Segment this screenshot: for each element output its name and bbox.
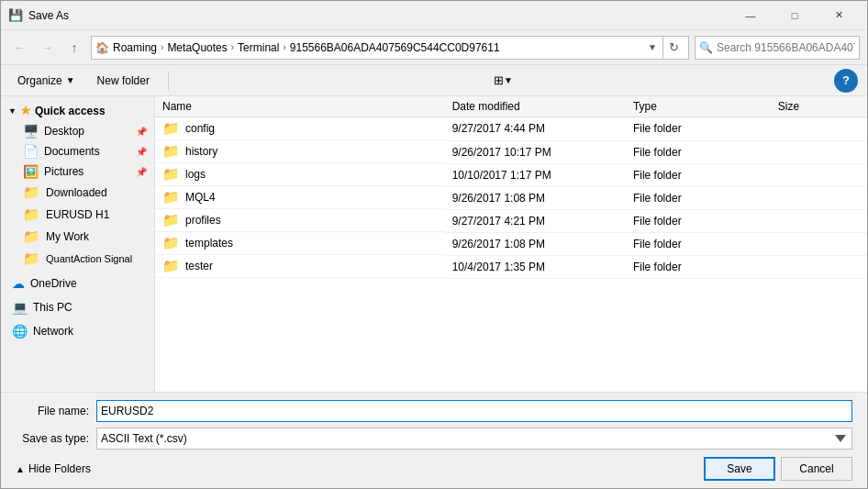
table-row[interactable]: 📁logs 10/10/2017 1:17 PM File folder (155, 163, 867, 186)
folder-icon: 📁 (162, 258, 180, 274)
table-row[interactable]: 📁MQL4 9/26/2017 1:08 PM File folder (155, 186, 867, 209)
new-folder-button[interactable]: New folder (90, 69, 157, 93)
file-type: File folder (626, 232, 771, 255)
sidebar-item-pictures[interactable]: 🖼️ Pictures 📌 (1, 161, 154, 182)
sidebar-item-quantaction[interactable]: 📁 QuantAction Signal (1, 248, 154, 270)
minimize-button[interactable]: — (729, 2, 772, 29)
sidebar-item-desktop[interactable]: 🖥️ Desktop 📌 (1, 121, 154, 141)
crumb-sep-3: › (283, 42, 285, 52)
folder-icon: 📁 (162, 235, 180, 251)
search-input[interactable] (717, 41, 855, 54)
col-header-date[interactable]: Date modified (445, 96, 626, 117)
star-icon: ★ (20, 104, 31, 117)
search-box[interactable]: 🔍 (695, 36, 860, 60)
sidebar-label-onedrive: OneDrive (30, 277, 77, 290)
thispc-icon: 💻 (12, 300, 28, 315)
file-size (771, 186, 867, 209)
breadcrumb: Roaming › MetaQuotes › Terminal › 915566… (113, 41, 500, 54)
filetype-label: Save as type: (16, 432, 89, 445)
sidebar-label-thispc: This PC (33, 301, 72, 314)
up-button[interactable]: ↑ (63, 37, 85, 59)
crumb-metaquotes[interactable]: MetaQuotes (167, 41, 227, 54)
file-date: 9/26/2017 1:08 PM (445, 232, 626, 255)
file-name: MQL4 (185, 191, 216, 204)
sidebar: ▼ ★ Quick access 🖥️ Desktop 📌 📄 Document… (1, 96, 155, 392)
sidebar-item-downloaded[interactable]: 📁 Downloaded (1, 182, 154, 204)
pin-icon-documents: 📌 (136, 147, 147, 157)
crumb-folder[interactable]: 915566BA06ADA407569C544CC0D97611 (290, 41, 500, 54)
sidebar-item-network[interactable]: 🌐 Network (1, 321, 154, 341)
folder-icon: 📁 (162, 120, 180, 137)
sidebar-header-quick-access[interactable]: ▼ ★ Quick access (1, 100, 154, 121)
file-size (771, 255, 867, 278)
bottom-panel: File name: Save as type: ASCII Text (*.c… (1, 392, 867, 488)
quantaction-icon: 📁 (23, 250, 40, 267)
hide-folders-button[interactable]: ▲ Hide Folders (16, 462, 91, 475)
address-dropdown-icon[interactable]: ▼ (648, 42, 657, 52)
table-row[interactable]: 📁templates 9/26/2017 1:08 PM File folder (155, 232, 867, 255)
file-type: File folder (626, 117, 771, 141)
filename-row: File name: (16, 400, 852, 422)
pin-icon-pictures: 📌 (136, 167, 147, 177)
nav-toolbar: ← → ↑ 🏠 Roaming › MetaQuotes › Terminal … (1, 30, 867, 65)
organize-button[interactable]: Organize ▼ (10, 69, 83, 93)
sidebar-label-eurusd: EURUSD H1 (46, 208, 109, 221)
dialog-title: Save As (28, 9, 729, 22)
search-icon: 🔍 (699, 41, 713, 54)
table-row[interactable]: 📁config 9/27/2017 4:44 PM File folder (155, 117, 867, 141)
filename-label: File name: (16, 405, 89, 417)
file-date: 10/4/2017 1:35 PM (445, 255, 626, 278)
titlebar: 💾 Save As — □ ✕ (1, 1, 867, 30)
file-type: File folder (626, 140, 771, 163)
crumb-sep-1: › (161, 42, 163, 52)
hide-folders-chevron-icon: ▲ (16, 464, 25, 474)
hide-folders-label: Hide Folders (28, 462, 91, 475)
sidebar-item-documents[interactable]: 📄 Documents 📌 (1, 141, 154, 161)
forward-button[interactable]: → (36, 37, 58, 59)
home-icon: 🏠 (95, 41, 109, 54)
secondary-toolbar: Organize ▼ New folder ⊞ ▼ ? (1, 65, 867, 96)
sidebar-label-desktop: Desktop (44, 125, 84, 138)
save-button[interactable]: Save (704, 457, 775, 481)
file-date: 9/27/2017 4:21 PM (445, 209, 626, 232)
sidebar-item-thispc[interactable]: 💻 This PC (1, 297, 154, 317)
help-button[interactable]: ? (834, 69, 858, 93)
col-header-name[interactable]: Name (155, 96, 445, 117)
sidebar-label-documents: Documents (44, 145, 100, 158)
file-size (771, 163, 867, 186)
col-header-type[interactable]: Type (626, 96, 771, 117)
back-button[interactable]: ← (8, 37, 30, 59)
table-row[interactable]: 📁history 9/26/2017 10:17 PM File folder (155, 140, 867, 163)
crumb-roaming[interactable]: Roaming (113, 41, 157, 54)
refresh-button[interactable]: ↻ (662, 37, 684, 59)
sidebar-section-onedrive: ☁ OneDrive (1, 273, 154, 294)
titlebar-controls: — □ ✕ (729, 2, 860, 29)
cancel-button[interactable]: Cancel (781, 457, 852, 481)
filetype-select[interactable]: ASCII Text (*.csv) CSV (*.csv) All Files… (96, 428, 852, 450)
sidebar-item-mywork[interactable]: 📁 My Work (1, 226, 154, 248)
folder-icon: 📁 (162, 189, 180, 206)
col-header-size[interactable]: Size (771, 96, 867, 117)
table-row[interactable]: 📁profiles 9/27/2017 4:21 PM File folder (155, 209, 867, 232)
sidebar-label-network: Network (33, 325, 73, 338)
sidebar-label-downloaded: Downloaded (46, 186, 107, 199)
filename-input[interactable] (96, 400, 852, 422)
file-list: Name Date modified Type Size 📁config 9/2… (155, 96, 867, 392)
pictures-icon: 🖼️ (23, 164, 39, 179)
address-bar[interactable]: 🏠 Roaming › MetaQuotes › Terminal › 9155… (91, 36, 689, 60)
table-row[interactable]: 📁tester 10/4/2017 1:35 PM File folder (155, 255, 867, 278)
sidebar-label-pictures: Pictures (44, 165, 83, 178)
file-name: tester (185, 260, 213, 272)
onedrive-icon: ☁ (12, 276, 25, 291)
crumb-terminal[interactable]: Terminal (238, 41, 279, 54)
sidebar-item-eurusd[interactable]: 📁 EURUSD H1 (1, 204, 154, 226)
view-button[interactable]: ⊞ ▼ (491, 69, 515, 93)
file-date: 9/26/2017 1:08 PM (445, 186, 626, 209)
view-icon: ⊞ (494, 73, 504, 87)
sidebar-item-onedrive[interactable]: ☁ OneDrive (1, 273, 154, 294)
close-button[interactable]: ✕ (818, 2, 860, 29)
file-name: profiles (185, 214, 221, 227)
toolbar-separator (168, 72, 169, 90)
maximize-button[interactable]: □ (773, 2, 816, 29)
pin-icon-desktop: 📌 (136, 127, 147, 137)
